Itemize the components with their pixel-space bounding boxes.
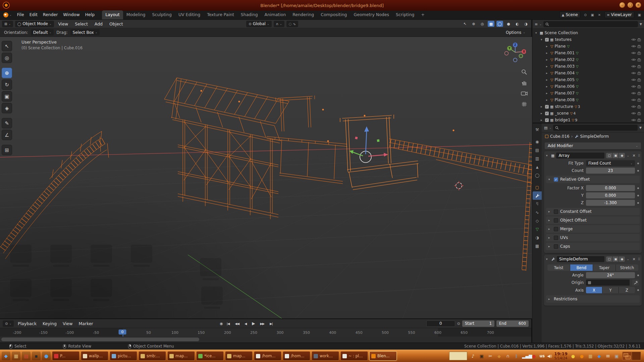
axis-button[interactable]: X: [586, 287, 602, 293]
window-control-button[interactable]: ×: [635, 2, 641, 8]
viewport-header-toggle[interactable]: ◑: [523, 21, 529, 27]
orientation-dropdown[interactable]: ⊙ Global ⌄: [246, 21, 271, 27]
simpledeform-modifier-header[interactable]: ▾ SimpleDeform ▢▣◉ ⌄ ✕ ⠿: [544, 255, 642, 263]
hide-viewport-eye-icon[interactable]: [631, 112, 636, 115]
animate-dot[interactable]: [637, 187, 639, 189]
viewport-header-toggle[interactable]: ◐: [514, 21, 521, 27]
scene-selector[interactable]: ▲ Scene: [559, 11, 580, 18]
viewport-header-toggle[interactable]: ◎: [479, 21, 486, 27]
properties-tab[interactable]: [533, 217, 542, 225]
hide-viewport-eye-icon[interactable]: [631, 45, 636, 48]
transport-button[interactable]: |◀: [225, 321, 231, 326]
subpanel-checkbox[interactable]: [554, 227, 558, 231]
tray-preview-box[interactable]: [449, 352, 467, 360]
menubar-menu[interactable]: Window: [60, 10, 82, 19]
disable-render-camera-icon[interactable]: [637, 112, 642, 115]
properties-tab[interactable]: [533, 208, 542, 217]
window-titlebar[interactable]: Blender* [/home/amalie/Desktop/blender/b…: [0, 0, 644, 11]
workspace-tab[interactable]: +: [418, 10, 428, 19]
transport-button[interactable]: ◀: [243, 321, 248, 326]
options-dropdown[interactable]: Options ⌄: [506, 30, 527, 35]
editor-type-button[interactable]: ⊞ ⌄: [2, 21, 13, 27]
modifier-extras-icon[interactable]: ⌄: [627, 257, 630, 261]
expander-arrow-icon[interactable]: [546, 85, 549, 88]
tray-icon[interactable]: ▣: [478, 354, 485, 359]
subpanel-checkbox[interactable]: [554, 209, 558, 214]
disable-render-camera-icon[interactable]: [637, 92, 642, 95]
properties-tab[interactable]: [533, 200, 542, 208]
factor-field[interactable]: 0.000: [586, 192, 635, 198]
subpanel-checkbox[interactable]: [554, 236, 558, 240]
transport-button[interactable]: ▶|: [268, 321, 274, 326]
taskbar-window-button[interactable]: P...: [52, 351, 79, 361]
relative-offset-header[interactable]: ▾ Relative Offset: [546, 176, 640, 183]
outliner-row[interactable]: _scene 4 ▽: [533, 110, 644, 117]
hide-viewport-eye-icon[interactable]: [631, 92, 636, 95]
expander-arrow-icon[interactable]: [546, 51, 549, 55]
workspace-tab[interactable]: Animation: [261, 10, 289, 19]
launcher-icon[interactable]: ◆: [2, 352, 10, 360]
outliner-row[interactable]: bridge1 9 ▽: [533, 117, 644, 123]
disable-render-camera-icon[interactable]: [637, 38, 642, 42]
tool-button[interactable]: ∠: [2, 130, 12, 140]
collection-checkbox[interactable]: [545, 105, 549, 109]
transport-button[interactable]: ▶▶: [259, 321, 266, 326]
tool-button[interactable]: ↻: [2, 79, 12, 90]
hide-viewport-eye-icon[interactable]: [631, 58, 636, 61]
breadcrumb-object[interactable]: Cube.016: [550, 134, 570, 139]
taskbar-window-button[interactable]: ~ : pl...: [340, 351, 368, 361]
use-preview-range-icon[interactable]: ⊙: [457, 321, 460, 326]
workspace-tab[interactable]: Layout: [102, 10, 123, 19]
proportional-editing-button[interactable]: ◌ ∿: [286, 21, 298, 27]
outliner-row[interactable]: Plane.005 ▽: [533, 76, 644, 83]
outliner-row[interactable]: Scene Collection ▽: [533, 29, 644, 36]
expander-arrow-icon[interactable]: [535, 31, 538, 35]
modifier-name-field[interactable]: Array: [556, 153, 604, 159]
hide-viewport-eye-icon[interactable]: [631, 118, 636, 122]
viewport-header-toggle[interactable]: ▩: [488, 21, 494, 27]
outliner-row[interactable]: Plane.004 ▽: [533, 70, 644, 76]
outliner-row[interactable]: Plane.006 ▽: [533, 83, 644, 90]
pager-workspace[interactable]: [632, 352, 641, 360]
deform-mode-tab[interactable]: Taper: [593, 264, 615, 271]
timeline-menu[interactable]: Keying: [41, 321, 59, 326]
animate-dot[interactable]: [637, 195, 639, 196]
outliner-row[interactable]: Plane.008 ▽: [533, 97, 644, 103]
clock[interactable]: 19:19 5/14/24: [554, 352, 568, 360]
expander-arrow-icon[interactable]: [546, 78, 549, 81]
disable-render-camera-icon[interactable]: [637, 85, 642, 88]
expander-arrow-icon[interactable]: [546, 71, 549, 75]
disable-render-camera-icon[interactable]: [637, 58, 642, 62]
ortho-grid-button[interactable]: [520, 100, 529, 109]
deform-mode-tab[interactable]: Stretch: [616, 264, 638, 271]
workspace-tab[interactable]: Shading: [237, 10, 261, 19]
outliner-search-input[interactable]: [543, 21, 638, 27]
scene-action-icon[interactable]: ✕: [598, 13, 601, 17]
tray-icon[interactable]: ♪: [470, 354, 476, 359]
taskbar-window-button[interactable]: work...: [312, 351, 339, 361]
modifier-subpanel-header[interactable]: ▸ UVs: [546, 234, 640, 241]
expander-arrow-icon[interactable]: [546, 58, 549, 61]
auto-keyframe-button[interactable]: ◉: [220, 321, 223, 326]
tray-icon[interactable]: ✉: [605, 354, 611, 359]
drag-setting-dropdown[interactable]: Select Box ⌄: [70, 29, 100, 36]
modifier-name-field[interactable]: SimpleDeform: [557, 256, 604, 262]
expander-arrow-icon[interactable]: [546, 98, 549, 102]
outliner-row[interactable]: textures ▽: [533, 36, 644, 43]
menubar-menu[interactable]: Help: [83, 10, 98, 19]
expander-arrow-icon[interactable]: ▸: [548, 210, 552, 213]
taskbar-window-button[interactable]: Blen...: [369, 351, 397, 361]
zoom-button[interactable]: [520, 68, 529, 76]
modifier-toggle-icon[interactable]: ◉: [619, 153, 625, 158]
expander-arrow-icon[interactable]: [541, 112, 544, 115]
outliner-editor-icon[interactable]: ≡: [535, 22, 538, 26]
expander-arrow-icon[interactable]: [541, 105, 544, 108]
properties-tab[interactable]: [533, 191, 542, 200]
taskbar-window-button[interactable]: *ice...: [196, 351, 224, 361]
origin-object-field[interactable]: [586, 280, 630, 286]
snap-dropdown[interactable]: ∩ ⌄: [274, 21, 284, 27]
disable-render-camera-icon[interactable]: [637, 118, 642, 122]
disable-render-camera-icon[interactable]: [637, 51, 642, 55]
disable-render-camera-icon[interactable]: [637, 71, 642, 75]
launcher-icon[interactable]: ▤: [22, 352, 31, 360]
